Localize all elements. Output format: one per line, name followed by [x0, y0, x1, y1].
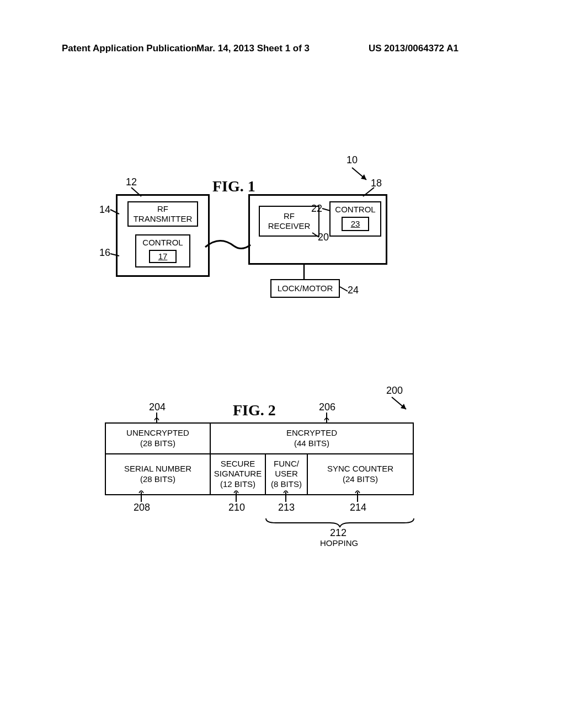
block-control-rx-inner: 23 [342, 217, 369, 231]
lead-22-icon [321, 206, 331, 213]
ref-212-text: HOPPING [320, 538, 358, 548]
rf-transmitter-label: RF TRANSMITTER [134, 204, 193, 224]
lead-213-icon [282, 489, 289, 502]
block-control-tx-inner: 17 [149, 250, 177, 263]
brace-212-icon [265, 516, 415, 528]
lock-motor-label: LOCK/MOTOR [278, 283, 333, 293]
lead-20-icon [311, 232, 321, 239]
cell-unencrypted: UNENCRYPTED (28 BITS) [105, 423, 210, 454]
block-rf-transmitter: RF TRANSMITTER [127, 201, 198, 227]
lead-210-icon [233, 489, 239, 502]
ref-204: 204 [149, 402, 166, 413]
figure-1: FIG. 1 10 12 18 RF TRANSMITTER CONTROL 1… [83, 154, 480, 309]
header-mid: Mar. 14, 2013 Sheet 1 of 3 [196, 43, 310, 54]
header-left: Patent Application Publication [62, 43, 197, 54]
ref-23: 23 [351, 219, 360, 229]
lead-204-icon [153, 413, 160, 424]
lead-206-icon [323, 413, 330, 424]
svg-line-4 [110, 210, 119, 214]
fig1-title: FIG. 1 [212, 178, 255, 195]
ref-213: 213 [278, 502, 295, 513]
arrow-10-icon [348, 164, 372, 183]
block-control-tx: CONTROL 17 [135, 234, 190, 267]
svg-line-6 [312, 233, 319, 237]
header-right: US 2013/0064372 A1 [369, 43, 459, 54]
figure-2: FIG. 2 200 204 206 UNENCRYPTED (28 BITS)… [105, 386, 430, 563]
ref-214: 214 [350, 502, 366, 513]
ref-17: 17 [158, 251, 168, 261]
ref-210: 210 [228, 502, 245, 513]
rf-receiver-label: RF RECEIVER [268, 211, 311, 231]
svg-line-9 [340, 287, 348, 291]
lead-214-icon [354, 489, 361, 502]
block-lock-motor: LOCK/MOTOR [270, 279, 340, 298]
control-tx-label: CONTROL [142, 238, 183, 248]
lead-14-icon [109, 207, 120, 215]
fig2-title: FIG. 2 [233, 402, 276, 419]
ref-212: 212 [330, 527, 347, 539]
cell-serial: SERIAL NUMBER (28 BITS) [105, 454, 210, 495]
svg-line-5 [110, 254, 119, 256]
cell-encrypted: ENCRYPTED (44 BITS) [210, 423, 413, 454]
lead-16-icon [109, 251, 120, 258]
svg-line-7 [322, 208, 330, 211]
ref-206: 206 [319, 402, 335, 413]
conn-receiver-lock-icon [301, 265, 307, 280]
lead-208-icon [138, 489, 145, 502]
rf-wave-icon [203, 237, 253, 254]
block-transmitter: RF TRANSMITTER CONTROL 17 [116, 194, 210, 277]
packet-table: UNENCRYPTED (28 BITS) ENCRYPTED (44 BITS… [105, 422, 414, 495]
control-rx-label: CONTROL [335, 205, 375, 215]
ref-208: 208 [134, 502, 150, 513]
lead-24-icon [339, 286, 350, 293]
block-control-rx: CONTROL 23 [329, 201, 381, 237]
block-rf-receiver: RF RECEIVER [259, 206, 319, 237]
arrow-200-icon [387, 395, 412, 413]
